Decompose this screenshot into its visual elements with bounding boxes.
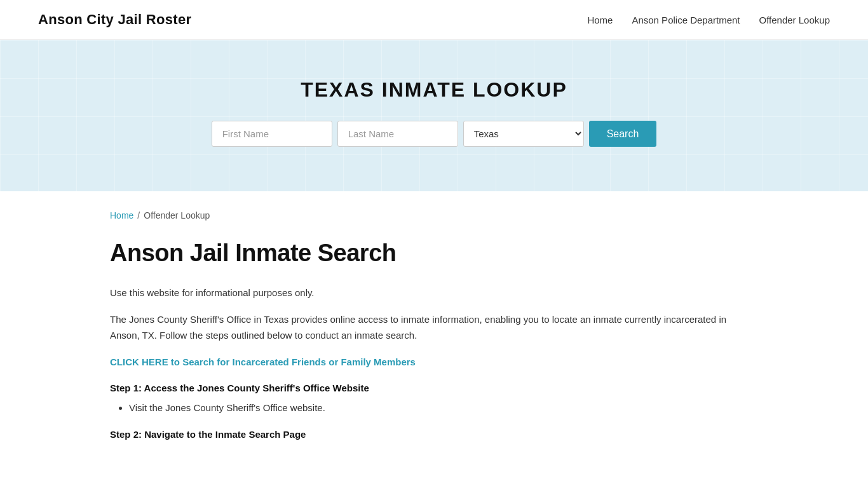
hero-title: TEXAS INMATE LOOKUP <box>13 78 855 102</box>
site-title: Anson City Jail Roster <box>38 11 191 28</box>
main-content: Home / Offender Lookup Anson Jail Inmate… <box>72 191 796 484</box>
last-name-input[interactable] <box>337 121 458 147</box>
breadcrumb-separator: / <box>137 210 140 220</box>
search-form: AlabamaAlaskaArizonaArkansasCaliforniaCo… <box>13 121 855 147</box>
nav-offender-lookup[interactable]: Offender Lookup <box>759 15 830 25</box>
click-here-link-wrapper: CLICK HERE to Search for Incarcerated Fr… <box>110 354 758 370</box>
breadcrumb-current: Offender Lookup <box>144 210 210 220</box>
first-name-input[interactable] <box>212 121 332 147</box>
step1-heading: Step 1: Access the Jones County Sheriff'… <box>110 383 758 393</box>
step1-bullets: Visit the Jones County Sheriff's Office … <box>129 400 758 416</box>
state-select[interactable]: AlabamaAlaskaArizonaArkansasCaliforniaCo… <box>463 121 584 147</box>
incarcerated-search-link[interactable]: CLICK HERE to Search for Incarcerated Fr… <box>110 356 416 367</box>
nav-department[interactable]: Anson Police Department <box>632 15 740 25</box>
step2-heading: Step 2: Navigate to the Inmate Search Pa… <box>110 429 758 440</box>
main-nav: Home Anson Police Department Offender Lo… <box>587 15 830 25</box>
intro-paragraph-1: Use this website for informational purpo… <box>110 285 758 301</box>
hero-section: TEXAS INMATE LOOKUP AlabamaAlaskaArizona… <box>0 40 868 191</box>
step1-bullet-1: Visit the Jones County Sheriff's Office … <box>129 400 758 416</box>
breadcrumb: Home / Offender Lookup <box>110 210 758 220</box>
breadcrumb-home[interactable]: Home <box>110 210 133 220</box>
nav-home[interactable]: Home <box>587 15 613 25</box>
page-heading: Anson Jail Inmate Search <box>110 240 758 267</box>
search-button[interactable]: Search <box>589 121 657 147</box>
intro-paragraph-2: The Jones County Sheriff's Office in Tex… <box>110 311 758 344</box>
site-header: Anson City Jail Roster Home Anson Police… <box>0 0 868 40</box>
